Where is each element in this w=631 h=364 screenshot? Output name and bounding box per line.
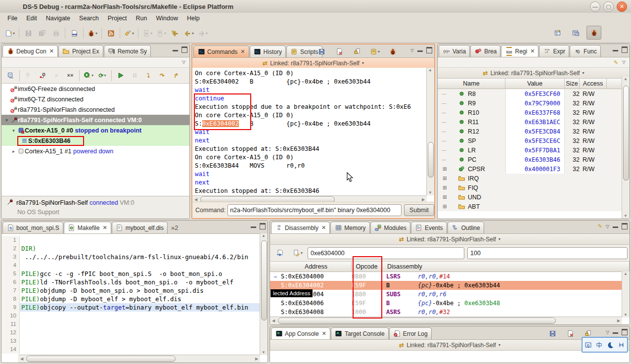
console-tab-error-log[interactable]: Error Log [389,327,432,339]
disassembly-size-input[interactable] [467,247,628,259]
close-icon[interactable]: ✕ [102,225,107,231]
dropdown-arrow-icon[interactable]: ▾ [301,251,303,255]
register-row[interactable]: ─LR0x5FF7D8A132R/W [438,145,630,155]
maximize-view-icon[interactable] [622,46,628,53]
close-icon[interactable]: ✕ [321,225,326,231]
editor-tab-myboot-elf-dis[interactable]: myboot_elf.dis [112,222,168,233]
debug-tree-item[interactable]: imx6Q-Freeze disconnected [1,84,189,94]
open-perspective-button[interactable] [551,26,565,39]
maximize-view-icon[interactable] [622,223,628,229]
debug-tree-item[interactable]: ▾Cortex-A15_0 #0 stopped on breakpoint [1,125,189,136]
debug-tab-project-ex[interactable]: Project Ex [58,45,103,57]
register-row[interactable]: ─R120x5FE3CD8432R/W [438,127,630,136]
remove-all-button[interactable]: ×× [63,70,77,82]
dropdown-arrow-icon[interactable]: ▾ [91,73,93,78]
console-linked-bar[interactable]: ⇄ Linked: r8a7791-SpiNorFlash-Self ▾ [270,340,630,351]
dropdown-arrow-icon[interactable]: ▾ [378,49,380,54]
minimize-view-icon[interactable] [251,227,256,229]
register-row[interactable]: ─R80x5FE3CF6032R/W [438,89,630,98]
register-row[interactable]: ─SP0x5FE3CE6C32R/W [438,136,630,145]
minimize-view-icon[interactable] [613,50,618,53]
collapse-all-button[interactable] [3,70,17,82]
clear-console-button[interactable] [332,46,346,56]
view-menu-icon[interactable]: ▽ [622,60,626,65]
register-row[interactable]: ⊞FIQ [438,183,630,192]
pin-icon[interactable]: ✎ [598,223,602,229]
disassembly-linked-bar[interactable]: ⇄ Linked: r8a7791-SpiNorFlash-Self ▾ [270,234,630,245]
expander-icon[interactable]: ⊞ [443,194,448,200]
bug-button[interactable] [386,46,400,56]
ime-width-icon[interactable] [618,341,626,349]
commands-vscrollbar[interactable]: ▲ ▼ [426,68,434,195]
menu-file[interactable]: File [3,14,22,23]
console-tab-app-console[interactable]: App Console✕ [271,327,330,339]
debug-tab-remote-sy[interactable]: Remote Sy [104,45,151,57]
ime-toolbar[interactable]: Q [582,337,628,353]
register-row[interactable]: ─R90x79C7900032R/W [438,98,630,108]
registers-tab-expr[interactable]: x+y=?Expr [539,45,569,57]
expander-icon[interactable]: ⊞ [443,185,448,190]
editor-vscrollbar[interactable]: ▲ ▼ [260,233,268,355]
submit-button[interactable]: Submit [404,204,434,216]
binary-file-button[interactable]: 010 [67,27,81,40]
expander-icon[interactable]: ▾ [10,128,17,133]
dropdown-arrow-icon[interactable]: ▾ [104,73,106,78]
c-perspective-button[interactable]: C [569,26,583,39]
register-row[interactable]: ─R110xE63B1AEC32R/W [438,117,630,127]
disassembly-tab-disassembly[interactable]: 1011Disassembly✕ [271,222,330,233]
maximize-view-icon[interactable] [426,47,432,53]
editor-overflow-chevron[interactable]: »2 [171,224,178,231]
disassembly-tab-events[interactable]: Events [411,222,447,233]
menu-search[interactable]: Search [75,14,103,23]
maximize-view-icon[interactable] [181,46,187,53]
commands-tab-history[interactable]: >_History [250,46,286,57]
maximize-view-icon[interactable] [260,223,266,229]
view-menu-icon[interactable]: ▽ [182,60,185,65]
maximize-view-icon[interactable] [622,329,628,335]
code-editor[interactable]: 12DIR)3 ../../../prebuilt/toolchains/arm… [1,234,268,354]
expander-icon[interactable]: ▾ [3,118,10,123]
file-pen-button[interactable]: ▾ [291,248,305,258]
export-disasm-button[interactable] [273,248,287,258]
view-menu-icon[interactable]: ▽ [410,48,414,53]
disassembly-tab-memory[interactable]: Memory [330,222,369,233]
rss-button[interactable] [104,27,118,40]
dropdown-arrow-icon[interactable]: ▾ [132,31,134,36]
ime-chinese-icon[interactable] [595,341,603,349]
view-menu-icon[interactable]: ▽ [606,330,609,335]
menu-run[interactable]: Run [132,14,152,23]
ime-moon-icon[interactable] [606,341,614,349]
editor-tab-makefile[interactable]: Makefile✕ [64,222,111,233]
dropdown-arrow-icon[interactable]: ▾ [192,31,194,36]
registers-tab-varia[interactable]: (x)=Varia [439,45,470,57]
disassembly-tab-modules[interactable]: Modules [370,222,410,233]
back-arrow-button[interactable]: ▾ [182,27,196,40]
registers-tab-regi[interactable]: 010Regi✕ [501,45,539,57]
disconnect-button[interactable] [36,70,49,82]
menu-window[interactable]: Window [152,14,182,23]
menu-navigate[interactable]: Navigate [42,14,75,23]
minimize-button[interactable]: — [590,1,600,12]
save-button[interactable] [315,46,328,56]
commands-tab-commands[interactable]: >_Commands✕ [193,46,249,57]
expander-icon[interactable]: ⊞ [443,176,448,181]
disassembly-address-input[interactable] [308,247,464,259]
minimize-view-icon[interactable] [613,227,618,229]
flashlight-button[interactable]: ▾ [122,27,136,40]
disassembly-row[interactable]: S:0xE6304006E59FB{pc}-0x4be ; 0xe6303b48 [270,299,630,308]
close-icon[interactable]: ✕ [240,48,245,55]
bug-button[interactable]: ▾ [86,27,99,40]
register-row[interactable]: ─R100xE6337F6832R/W [438,108,630,117]
disassembly-row[interactable]: S:0xE63040041B80SUBSr0,r0,r6 [270,290,630,299]
save-button[interactable] [545,328,559,338]
minimize-view-icon[interactable] [173,50,178,53]
registers-tab-brea[interactable]: Brea [470,45,500,57]
view-menu-icon[interactable]: ▽ [606,224,609,229]
maximize-button[interactable]: ▢ [603,1,614,12]
disassembly-vscrollbar[interactable]: ▲ ▼ [622,272,630,318]
register-row[interactable]: ⊞CPSR0x400001F332R/W [438,164,630,174]
register-row[interactable]: ⊞IRQ [438,174,630,183]
minimize-view-icon[interactable] [613,332,618,335]
restart-button[interactable]: ⟳▾ [95,70,109,82]
disassembly-hscrollbar[interactable]: ◀ ▶ [270,317,622,324]
